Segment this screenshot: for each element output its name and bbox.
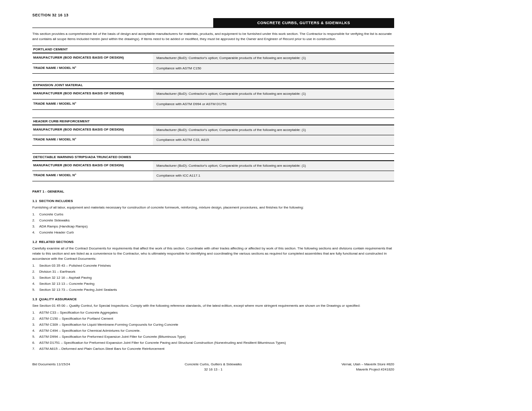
spec-sheet: SECTION 32 16 13 CONCRETE CURBS, GUTTERS… [0,0,394,372]
list-item: ASTM A615 – Deformed and Plain Carbon-St… [32,346,394,352]
footer-right: Vernal, Utah – Maverik Store #820 Maveri… [275,362,394,372]
list-item: ASTM C33 – Specification for Concrete Ag… [32,310,394,315]
row-label: MANUFACTURER (BOD INDICATES BASIS OF DES… [32,53,153,63]
section-number: SECTION 32 16 13 [32,13,394,17]
section-1-3-list: ASTM C33 – Specification for Concrete Ag… [32,310,394,352]
row-value: Compliance with ICC A117.1 [153,171,394,181]
spec-table: MANUFACTURER (BOD INDICATES BASIS OF DES… [32,161,394,181]
group-header: HEADER CURB REINFORCEMENT [32,118,394,125]
spec-table: MANUFACTURER (BOD INDICATES BASIS OF DES… [32,89,394,109]
spec-table: MANUFACTURER (BOD INDICATES BASIS OF DES… [32,53,394,74]
row-value: Compliance with ASTM C33, A615 [153,135,394,145]
list-item: Concrete Curbs [32,212,394,217]
row-label: TRADE NAME / MODEL N° [32,171,153,181]
footer-center: Concrete Curbs, Gutters & Sidewalks 32 1… [153,362,273,372]
group-header: PORTLAND CEMENT [32,46,394,53]
part1-title: PART 1 - GENERAL [32,189,394,194]
row-label: MANUFACTURER (BOD INDICATES BASIS OF DES… [32,89,153,99]
group-header: EXPANSION JOINT MATERIAL [32,81,394,89]
list-item: Section 03 35 43 – Polished Concrete Fin… [32,263,394,268]
section-1-1-heading: 1.1 SECTION INCLUDES [32,199,394,204]
section-1-1-list: Concrete CurbsConcrete SidewalksADA Ramp… [32,212,394,235]
list-item: ASTM D1751 – Specification for Preformed… [32,340,394,346]
list-item: Division 31 – Earthwork [32,269,394,274]
table-row: MANUFACTURER (BOD INDICATES BASIS OF DES… [32,125,394,135]
list-item: Section 32 12 16 – Asphalt Paving [32,275,394,280]
row-value: Compliance with ASTM D994 or ASTM D1751 [153,100,394,109]
footer-left: Bid Documents 11/15/24 [32,362,152,372]
section-header-row: CONCRETE CURBS, GUTTERS & SIDEWALKS [32,18,394,28]
intro-paragraph: This section provides a comprehensive li… [32,31,394,41]
row-label: TRADE NAME / MODEL N° [32,64,153,74]
list-item: ADA Ramps (Handicap Ramps) [32,224,394,229]
part1: PART 1 - GENERAL 1.1 SECTION INCLUDES Fu… [32,189,394,352]
section-1-3-heading: 1.3 QUALITY ASSURANCE [32,297,394,302]
row-label: MANUFACTURER (BOD INDICATES BASIS OF DES… [32,161,153,171]
table-row: TRADE NAME / MODEL N°Compliance with AST… [32,63,394,74]
section-1-2-list: Section 03 35 43 – Polished Concrete Fin… [32,263,394,293]
section-1-1-lead: Furnishing of all labor, equipment and m… [32,205,394,210]
spec-table: MANUFACTURER (BOD INDICATES BASIS OF DES… [32,125,394,146]
section-title-bar: CONCRETE CURBS, GUTTERS & SIDEWALKS [213,18,394,28]
row-value: Compliance with ASTM C150 [153,64,394,74]
section-1-2-lead: Carefully examine all of the Contract Do… [32,246,394,262]
group-header: DETECTABLE WARNING STRIPS/ADA TRUNCATED … [32,153,394,161]
list-item: Concrete Sidewalks [32,218,394,223]
page-footer: Bid Documents 11/15/24 Concrete Curbs, G… [32,362,394,372]
list-item: ASTM C494 – Specification for Chemical A… [32,328,394,333]
row-label: TRADE NAME / MODEL N° [32,100,153,109]
list-item: Section 32 13 13 – Concrete Paving [32,281,394,286]
row-value: Manufacturer (BoD): Contractor's option;… [153,125,394,135]
table-row: MANUFACTURER (BOD INDICATES BASIS OF DES… [32,89,394,99]
list-item: Concrete Header Curb [32,230,394,235]
row-label: MANUFACTURER (BOD INDICATES BASIS OF DES… [32,125,153,135]
table-row: TRADE NAME / MODEL N°Compliance with ICC… [32,171,394,181]
section-1-2-heading: 1.2 RELATED SECTIONS [32,240,394,245]
table-row: TRADE NAME / MODEL N°Compliance with AST… [32,99,394,109]
table-row: MANUFACTURER (BOD INDICATES BASIS OF DES… [32,53,394,63]
row-label: TRADE NAME / MODEL N° [32,135,153,145]
list-item: ASTM C309 – Specification for Liquid Mem… [32,322,394,327]
table-row: TRADE NAME / MODEL N°Compliance with AST… [32,135,394,145]
list-item: Section 32 13 73 – Concrete Paving Joint… [32,287,394,293]
list-item: ASTM D994 – Specification for Preformed … [32,334,394,339]
section-1-3-lead: See Section 01 45 00 – Quality Control, … [32,303,394,308]
row-value: Manufacturer (BoD): Contractor's option;… [153,161,394,171]
row-value: Manufacturer (BoD): Contractor's option;… [153,53,394,63]
row-value: Manufacturer (BoD): Contractor's option;… [153,89,394,99]
table-row: MANUFACTURER (BOD INDICATES BASIS OF DES… [32,161,394,171]
list-item: ASTM C150 – Specification for Portland C… [32,316,394,321]
